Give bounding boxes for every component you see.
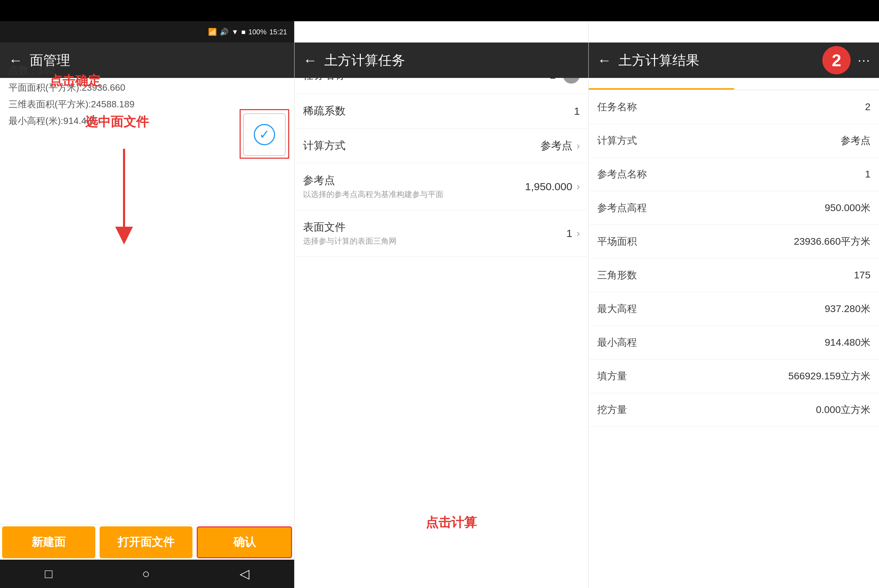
left-content: 点数：102 平面面积(平方米):23936.660 三维表面积(平方米):24… — [0, 57, 294, 139]
ref-point-value: 1,950.000 › — [525, 181, 580, 193]
back-button-mid[interactable]: ← — [303, 52, 317, 68]
nav-circle-left[interactable]: ○ — [142, 566, 150, 581]
mid-title: 土方计算任务 — [324, 51, 580, 69]
new-face-button[interactable]: 新建面 — [2, 526, 95, 558]
left-bottom-bar: 新建面 打开面文件 确认 — [0, 524, 294, 560]
mid-form: 任务名称 2 ✕ 稀疏系数 1 计算方式 参考点 › 参考点 以选择的参考点高程… — [295, 57, 588, 257]
status-bar-left: 📶 🔊 ▼ ■ 100% 15:21 — [0, 21, 294, 42]
ref-point-chevron: › — [577, 181, 580, 192]
result-row-5: 三角形数 175 — [589, 259, 879, 292]
result-row-0: 任务名称 2 — [589, 90, 879, 124]
ref-point-label: 参考点 — [303, 173, 443, 188]
results-list: 任务名称 2 计算方式 参考点 参考点名称 1 参考点高程 950.000米 平… — [589, 90, 879, 427]
right-panel: 📡 🔊 ▼ ■ 100% 15:21 ← 土方计算结果 2 ··· 详细成果 图… — [588, 21, 879, 588]
right-appbar: ← 土方计算结果 2 ··· — [589, 42, 879, 78]
nav-bar-left: □ ○ ◁ — [0, 560, 294, 588]
result-row-4: 平场面积 23936.660平方米 — [589, 225, 879, 259]
calc-method-chevron: › — [577, 140, 580, 152]
calc-method-value: 参考点 › — [541, 138, 580, 153]
time-left: 15:21 — [269, 28, 287, 36]
svg-marker-1 — [115, 227, 133, 244]
surface-file-sub: 选择参与计算的表面三角网 — [303, 236, 397, 246]
sparse-coeff-value: 1 — [574, 105, 580, 117]
surface-file-label: 表面文件 — [303, 220, 397, 234]
ref-point-label-block: 参考点 以选择的参考点高程为基准构建参与平面 — [303, 173, 443, 200]
ref-point-sub: 以选择的参考点高程为基准构建参与平面 — [303, 189, 443, 200]
badge-number: 2 — [822, 46, 850, 74]
battery-left: 100% — [248, 28, 266, 36]
nav-square-left[interactable]: □ — [45, 566, 53, 581]
result-row-8: 填方量 566929.159立方米 — [589, 360, 879, 393]
confirm-button[interactable]: 确认 — [197, 526, 292, 558]
open-face-button[interactable]: 打开面文件 — [99, 526, 193, 558]
surface-file-label-block: 表面文件 选择参与计算的表面三角网 — [303, 220, 397, 246]
nav-back-left[interactable]: ◁ — [240, 566, 249, 581]
surface-file-chevron: › — [577, 228, 580, 239]
annotation-select-face: 选中面文件 — [85, 113, 149, 131]
result-row-3: 参考点高程 950.000米 — [589, 191, 879, 225]
sparse-coeff-row: 稀疏系数 1 — [295, 94, 588, 129]
left-panel: 📶 🔊 ▼ ■ 100% 15:21 ← 面管理 点数：102 平面面积(平方米… — [0, 21, 294, 588]
annotation-calc: 点击计算 — [426, 514, 477, 531]
sparse-coeff-label: 稀疏系数 — [303, 104, 346, 118]
result-row-7: 最小高程 914.480米 — [589, 326, 879, 360]
checkbox-item[interactable]: ✓ — [243, 113, 285, 156]
result-row-2: 参考点名称 1 — [589, 158, 879, 191]
result-row-9: 挖方量 0.000立方米 — [589, 393, 879, 427]
surface-file-row[interactable]: 表面文件 选择参与计算的表面三角网 1 › — [295, 210, 588, 257]
result-row-1: 计算方式 参考点 — [589, 124, 879, 158]
surface-file-value: 1 › — [566, 227, 580, 240]
calc-method-row[interactable]: 计算方式 参考点 › — [295, 129, 588, 163]
back-button-right[interactable]: ← — [597, 52, 612, 68]
checkmark-icon: ✓ — [254, 124, 275, 145]
ref-point-row[interactable]: 参考点 以选择的参考点高程为基准构建参与平面 1,950.000 › — [295, 163, 588, 210]
down-arrow — [110, 145, 138, 252]
result-row-6: 最大高程 937.280米 — [589, 292, 879, 326]
calc-method-label: 计算方式 — [303, 138, 346, 153]
mid-panel: 12 📶 🔊 ▼ ■ 100% 15:21 ← 土方计算任务 任务名称 2 ✕ … — [294, 21, 588, 588]
three-d-area: 三维表面积(平方米):24588.189 — [9, 98, 285, 111]
more-button[interactable]: ··· — [858, 53, 870, 68]
right-title: 土方计算结果 — [619, 51, 808, 69]
mid-appbar: ← 土方计算任务 — [295, 42, 588, 78]
annotation-confirm: 点击确定 — [50, 72, 101, 90]
status-icons-left: 📶 🔊 ▼ ■ 100% 15:21 — [208, 28, 287, 36]
